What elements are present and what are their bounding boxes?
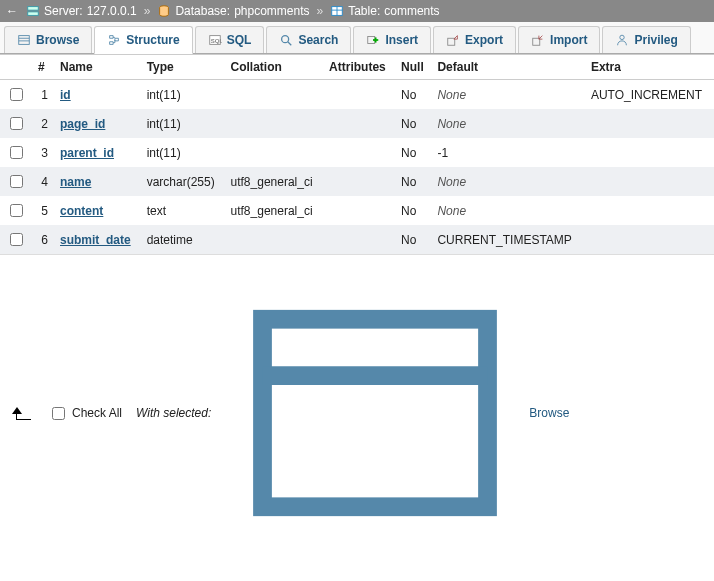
tab-insert-label: Insert bbox=[385, 33, 418, 47]
svg-rect-0 bbox=[28, 7, 39, 11]
server-label: Server: bbox=[44, 4, 83, 18]
row-checkbox[interactable] bbox=[10, 88, 23, 101]
column-name[interactable]: name bbox=[60, 175, 91, 189]
column-extra: AUTO_INCREMENT bbox=[585, 80, 714, 110]
row-checkbox[interactable] bbox=[10, 233, 23, 246]
tab-sql[interactable]: SQL SQL bbox=[195, 26, 265, 53]
column-null: No bbox=[395, 138, 431, 167]
action-change[interactable]: Change bbox=[10, 577, 356, 581]
column-default: None bbox=[431, 109, 584, 138]
tab-structure-label: Structure bbox=[126, 33, 179, 47]
row-num: 3 bbox=[32, 138, 54, 167]
table-row: 5contenttextutf8_general_ciNoNone bbox=[0, 196, 714, 225]
column-extra bbox=[585, 167, 714, 196]
column-collation bbox=[225, 225, 324, 254]
column-null: No bbox=[395, 80, 431, 110]
check-all-label: Check All bbox=[72, 406, 122, 420]
table-icon bbox=[330, 4, 344, 18]
column-collation: utf8_general_ci bbox=[225, 167, 324, 196]
column-collation bbox=[225, 138, 324, 167]
column-collation bbox=[225, 109, 324, 138]
column-type: text bbox=[141, 196, 225, 225]
tab-privileges[interactable]: Privileg bbox=[602, 26, 690, 53]
check-all-box[interactable] bbox=[52, 407, 65, 420]
tab-insert[interactable]: Insert bbox=[353, 26, 431, 53]
column-name[interactable]: submit_date bbox=[60, 233, 131, 247]
table-row: 4namevarchar(255)utf8_general_ciNoNone bbox=[0, 167, 714, 196]
structure-icon bbox=[107, 33, 121, 47]
privileges-icon bbox=[615, 33, 629, 47]
tab-search[interactable]: Search bbox=[266, 26, 351, 53]
tab-import[interactable]: Import bbox=[518, 26, 600, 53]
column-default: CURRENT_TIMESTAMP bbox=[431, 225, 584, 254]
columns-table: # Name Type Collation Attributes Null De… bbox=[0, 54, 714, 254]
column-attr bbox=[323, 225, 395, 254]
search-icon bbox=[279, 33, 293, 47]
column-collation: utf8_general_ci bbox=[225, 196, 324, 225]
row-num: 5 bbox=[32, 196, 54, 225]
with-selected-label: With selected: bbox=[136, 406, 211, 420]
select-arrow-icon bbox=[10, 403, 34, 423]
svg-point-18 bbox=[620, 35, 624, 39]
column-extra bbox=[585, 138, 714, 167]
browse-icon bbox=[17, 33, 31, 47]
action-drop[interactable]: Drop bbox=[370, 577, 700, 581]
action-browse[interactable]: Browse bbox=[225, 263, 569, 563]
column-attr bbox=[323, 167, 395, 196]
th-attributes: Attributes bbox=[323, 55, 395, 80]
check-all[interactable]: Check All bbox=[48, 404, 122, 423]
tab-export[interactable]: Export bbox=[433, 26, 516, 53]
column-type: int(11) bbox=[141, 109, 225, 138]
column-null: No bbox=[395, 109, 431, 138]
tab-structure[interactable]: Structure bbox=[94, 26, 192, 54]
svg-line-12 bbox=[288, 42, 292, 46]
th-name: Name bbox=[54, 55, 141, 80]
row-checkbox[interactable] bbox=[10, 204, 23, 217]
svg-rect-6 bbox=[19, 36, 30, 45]
tab-search-label: Search bbox=[298, 33, 338, 47]
column-null: No bbox=[395, 225, 431, 254]
column-type: datetime bbox=[141, 225, 225, 254]
svg-rect-16 bbox=[448, 38, 455, 45]
column-extra bbox=[585, 109, 714, 138]
insert-icon bbox=[366, 33, 380, 47]
table-row: 1idint(11)NoNoneAUTO_INCREMENT bbox=[0, 80, 714, 110]
th-default: Default bbox=[431, 55, 584, 80]
export-icon bbox=[446, 33, 460, 47]
row-checkbox[interactable] bbox=[10, 175, 23, 188]
column-null: No bbox=[395, 196, 431, 225]
svg-rect-19 bbox=[263, 319, 488, 507]
column-null: No bbox=[395, 167, 431, 196]
column-name[interactable]: page_id bbox=[60, 117, 105, 131]
column-name[interactable]: parent_id bbox=[60, 146, 114, 160]
svg-rect-1 bbox=[28, 12, 39, 16]
table-link[interactable]: comments bbox=[384, 4, 439, 18]
column-collation bbox=[225, 80, 324, 110]
th-type: Type bbox=[141, 55, 225, 80]
row-checkbox[interactable] bbox=[10, 117, 23, 130]
tab-sql-label: SQL bbox=[227, 33, 252, 47]
row-num: 4 bbox=[32, 167, 54, 196]
tab-bar: Browse Structure SQL SQL Search Insert E… bbox=[0, 22, 714, 54]
table-row: 6submit_datedatetimeNoCURRENT_TIMESTAMP bbox=[0, 225, 714, 254]
drop-icon bbox=[370, 577, 670, 581]
column-attr bbox=[323, 109, 395, 138]
column-default: None bbox=[431, 196, 584, 225]
column-name[interactable]: content bbox=[60, 204, 103, 218]
tab-export-label: Export bbox=[465, 33, 503, 47]
database-link[interactable]: phpcomments bbox=[234, 4, 309, 18]
column-extra bbox=[585, 225, 714, 254]
column-default: -1 bbox=[431, 138, 584, 167]
column-type: int(11) bbox=[141, 138, 225, 167]
server-link[interactable]: 127.0.0.1 bbox=[87, 4, 137, 18]
th-extra: Extra bbox=[585, 55, 714, 80]
column-name[interactable]: id bbox=[60, 88, 71, 102]
row-checkbox[interactable] bbox=[10, 146, 23, 159]
table-row: 3parent_idint(11)No-1 bbox=[0, 138, 714, 167]
tab-browse[interactable]: Browse bbox=[4, 26, 92, 53]
browse-icon bbox=[225, 263, 525, 563]
pencil-icon bbox=[10, 577, 310, 581]
row-num: 1 bbox=[32, 80, 54, 110]
svg-text:SQL: SQL bbox=[210, 37, 221, 44]
column-attr bbox=[323, 196, 395, 225]
